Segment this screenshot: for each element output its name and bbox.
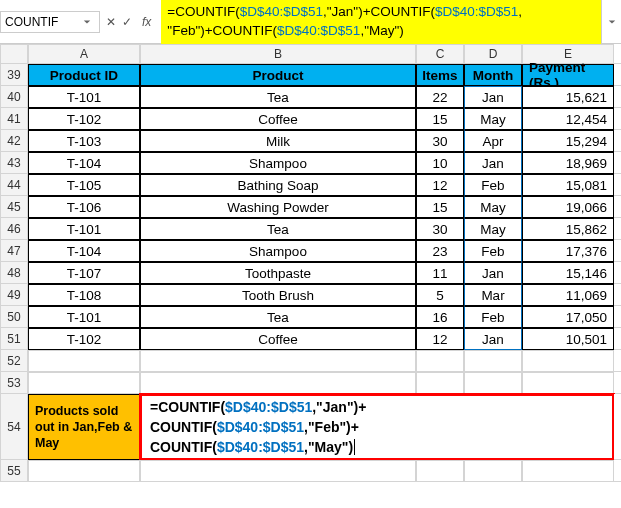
cell-month[interactable]: Feb [464,174,522,196]
row-header[interactable]: 45 [0,196,28,218]
cell-items[interactable]: 16 [416,306,464,328]
cell-month[interactable]: Jan [464,152,522,174]
col-header[interactable]: C [416,44,464,64]
formula-bar[interactable]: =COUNTIF($D$40:$D$51,"Jan")+COUNTIF($D$4… [161,0,601,44]
empty-cell[interactable] [28,372,140,394]
cell-product-id[interactable]: T-106 [28,196,140,218]
summary-label[interactable]: Products sold out in Jan,Feb & May [28,394,140,460]
empty-cell[interactable] [464,372,522,394]
cell-payment[interactable]: 15,146 [522,262,614,284]
name-box-dropdown-icon[interactable] [79,15,95,29]
cell-product[interactable]: Tooth Brush [140,284,416,306]
cell-product[interactable]: Coffee [140,328,416,350]
cell-payment[interactable]: 15,081 [522,174,614,196]
cell-product[interactable]: Toothpaste [140,262,416,284]
cell-product[interactable]: Bathing Soap [140,174,416,196]
formula-cell[interactable]: =COUNTIF($D$40:$D$51,"Jan")+COUNTIF($D$4… [140,394,614,460]
cell-product-id[interactable]: T-101 [28,306,140,328]
cell-product-id[interactable]: T-101 [28,86,140,108]
cell-payment[interactable]: 15,621 [522,86,614,108]
fx-icon[interactable]: fx [138,15,155,29]
empty-cell[interactable] [522,372,614,394]
row-header[interactable]: 46 [0,218,28,240]
empty-cell[interactable] [522,350,614,372]
row-header[interactable]: 49 [0,284,28,306]
cell-month[interactable]: Feb [464,240,522,262]
row-header[interactable]: 52 [0,350,28,372]
cell-product-id[interactable]: T-108 [28,284,140,306]
cell-month[interactable]: Apr [464,130,522,152]
cell-month[interactable]: Mar [464,284,522,306]
cell-payment[interactable]: 18,969 [522,152,614,174]
empty-cell[interactable] [140,460,416,482]
cell-month[interactable]: Jan [464,328,522,350]
col-header[interactable]: D [464,44,522,64]
cell-items[interactable]: 30 [416,130,464,152]
cell-items[interactable]: 23 [416,240,464,262]
row-header[interactable]: 41 [0,108,28,130]
cell-product-id[interactable]: T-104 [28,152,140,174]
row-header[interactable]: 43 [0,152,28,174]
cell-product-id[interactable]: T-104 [28,240,140,262]
cell-month[interactable]: Jan [464,262,522,284]
cell-items[interactable]: 11 [416,262,464,284]
cell-payment[interactable]: 10,501 [522,328,614,350]
cell-items[interactable]: 5 [416,284,464,306]
cell-product-id[interactable]: T-101 [28,218,140,240]
cancel-icon[interactable]: ✕ [106,15,116,29]
row-header[interactable]: 51 [0,328,28,350]
empty-cell[interactable] [28,460,140,482]
table-header[interactable]: Product ID [28,64,140,86]
cell-month[interactable]: May [464,218,522,240]
cell-product[interactable]: Tea [140,306,416,328]
cell-month[interactable]: Jan [464,86,522,108]
spreadsheet-grid[interactable]: A B C D E 39 Product ID Product Items Mo… [0,44,621,482]
cell-product[interactable]: Washing Powder [140,196,416,218]
cell-product[interactable]: Tea [140,218,416,240]
empty-cell[interactable] [464,350,522,372]
row-header[interactable]: 55 [0,460,28,482]
cell-payment[interactable]: 12,454 [522,108,614,130]
cell-product-id[interactable]: T-107 [28,262,140,284]
cell-product-id[interactable]: T-102 [28,328,140,350]
row-header[interactable]: 50 [0,306,28,328]
row-header[interactable]: 53 [0,372,28,394]
row-header[interactable]: 39 [0,64,28,86]
cell-items[interactable]: 12 [416,174,464,196]
cell-items[interactable]: 15 [416,196,464,218]
cell-product-id[interactable]: T-102 [28,108,140,130]
col-header[interactable]: B [140,44,416,64]
cell-payment[interactable]: 15,294 [522,130,614,152]
cell-items[interactable]: 15 [416,108,464,130]
cell-payment[interactable]: 11,069 [522,284,614,306]
cell-payment[interactable]: 15,862 [522,218,614,240]
cell-items[interactable]: 22 [416,86,464,108]
row-header[interactable]: 54 [0,394,28,460]
row-header[interactable]: 42 [0,130,28,152]
table-header[interactable]: Product [140,64,416,86]
empty-cell[interactable] [522,460,614,482]
table-header[interactable]: Items [416,64,464,86]
cell-product[interactable]: Coffee [140,108,416,130]
cell-payment[interactable]: 17,376 [522,240,614,262]
table-header[interactable]: Payment (Rs.) [522,64,614,86]
name-box[interactable]: COUNTIF [0,11,100,33]
empty-cell[interactable] [416,350,464,372]
cell-items[interactable]: 30 [416,218,464,240]
cell-items[interactable]: 12 [416,328,464,350]
formula-bar-expand-icon[interactable] [601,0,621,44]
cell-product-id[interactable]: T-105 [28,174,140,196]
enter-icon[interactable]: ✓ [122,15,132,29]
cell-product[interactable]: Shampoo [140,240,416,262]
cell-payment[interactable]: 19,066 [522,196,614,218]
row-header[interactable]: 48 [0,262,28,284]
cell-month[interactable]: May [464,108,522,130]
empty-cell[interactable] [416,372,464,394]
cell-product[interactable]: Shampoo [140,152,416,174]
row-header[interactable]: 44 [0,174,28,196]
empty-cell[interactable] [140,350,416,372]
empty-cell[interactable] [416,460,464,482]
row-header[interactable]: 40 [0,86,28,108]
cell-payment[interactable]: 17,050 [522,306,614,328]
col-header[interactable]: A [28,44,140,64]
